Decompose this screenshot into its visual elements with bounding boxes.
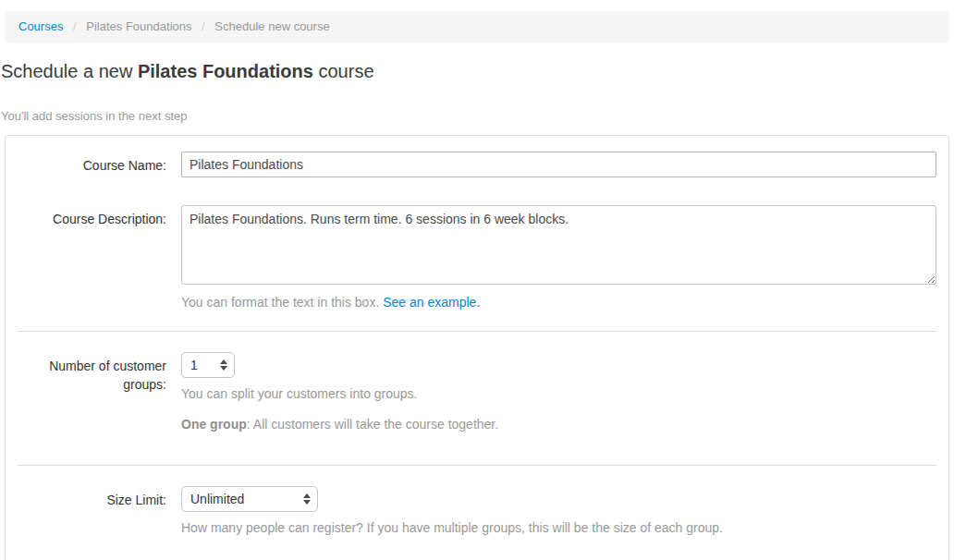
size-limit-control: Unlimited How many people can register? … (181, 486, 936, 536)
one-group-note: One group: All customers will take the c… (181, 417, 936, 432)
breadcrumb-separator: / (202, 19, 205, 33)
customer-groups-selected-value: 1 (190, 358, 198, 372)
select-stepper-arrows-icon (303, 493, 311, 505)
page-title-course-name: Pilates Foundations (138, 61, 313, 81)
size-limit-selected-value: Unlimited (190, 492, 244, 506)
course-name-label: Course Name: (18, 152, 166, 175)
page-title: Schedule a new Pilates Foundations cours… (1, 60, 954, 82)
section-divider (18, 465, 936, 466)
breadcrumb-separator: / (73, 19, 77, 33)
breadcrumb-item-course: Pilates Foundations (86, 19, 191, 33)
select-stepper-arrows-icon (220, 359, 227, 371)
see-example-link[interactable]: See an example. (383, 295, 480, 310)
size-limit-select[interactable]: Unlimited (181, 486, 318, 512)
breadcrumb-link-courses[interactable]: Courses (18, 19, 63, 33)
course-name-control (181, 152, 936, 177)
customer-groups-select[interactable]: 1 (181, 352, 235, 378)
course-description-help: You can format the text in this box. See… (181, 294, 936, 310)
section-divider (18, 331, 936, 332)
course-description-help-text: You can format the text in this box. (181, 295, 383, 310)
course-description-textarea[interactable]: Pilates Foundations. Runs term time. 6 s… (181, 205, 936, 285)
customer-groups-help: You can split your customers into groups… (181, 385, 936, 402)
course-description-label: Course Description: (18, 205, 166, 228)
one-group-note-bold: One group (181, 417, 247, 432)
size-limit-help: How many people can register? If you hav… (181, 519, 936, 536)
page-title-suffix: course (313, 61, 374, 81)
course-description-control: Pilates Foundations. Runs term time. 6 s… (181, 205, 936, 310)
course-description-row: Course Description: Pilates Foundations.… (18, 205, 936, 310)
page-title-prefix: Schedule a new (1, 61, 138, 81)
breadcrumb-item-current: Schedule new course (214, 19, 329, 33)
size-limit-label: Size Limit: (18, 486, 166, 509)
course-name-row: Course Name: (18, 152, 936, 177)
breadcrumb: Courses / Pilates Foundations / Schedule… (5, 11, 949, 43)
course-form-panel: Course Name: Course Description: Pilates… (5, 135, 949, 560)
customer-groups-row: Number of customer groups: 1 You can spl… (18, 352, 936, 444)
subtitle: You'll add sessions in the next step (1, 109, 954, 123)
course-name-input[interactable] (181, 152, 936, 177)
customer-groups-control: 1 You can split your customers into grou… (181, 352, 936, 444)
size-limit-row: Size Limit: Unlimited How many people ca… (18, 486, 936, 536)
customer-groups-label: Number of customer groups: (18, 352, 166, 394)
one-group-note-rest: : All customers will take the course tog… (247, 417, 498, 432)
